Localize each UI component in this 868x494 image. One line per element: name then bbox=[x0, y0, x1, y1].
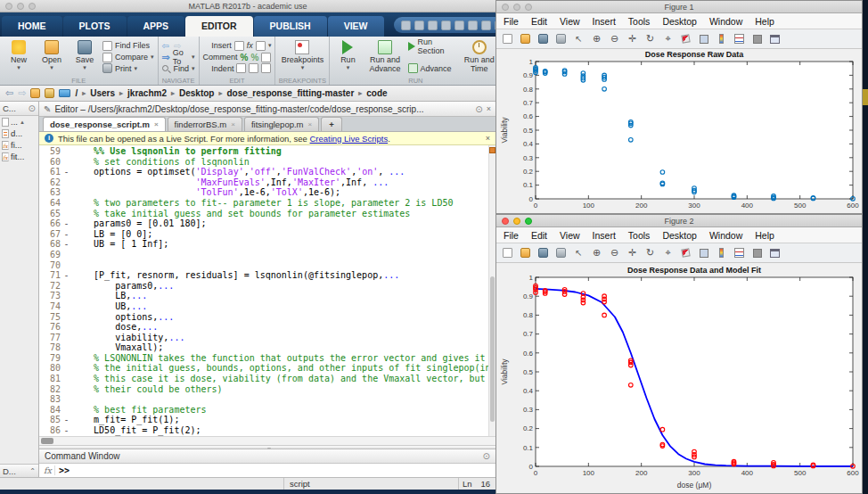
new-figure-icon[interactable] bbox=[502, 33, 513, 45]
tab-close-icon[interactable]: × bbox=[231, 118, 235, 132]
edit-plot-icon[interactable]: ↖ bbox=[573, 33, 585, 45]
code-line[interactable]: 63 'TolFun',1e-6,'TolX',1e-6); bbox=[39, 187, 488, 198]
figure1-menu-view[interactable]: View bbox=[560, 16, 580, 27]
up-folder-icon[interactable] bbox=[30, 88, 40, 98]
breadcrumb[interactable]: /▸Users▸jkrachm2▸Desktop▸dose_response_f… bbox=[75, 88, 387, 98]
figure2-menu-view[interactable]: View bbox=[560, 230, 580, 241]
compare-button[interactable]: Compare▾ bbox=[102, 52, 154, 63]
breadcrumb-segment[interactable]: code bbox=[366, 88, 387, 98]
zoom-window-icon[interactable] bbox=[525, 218, 532, 225]
data-cursor-icon[interactable]: ⌖ bbox=[662, 33, 674, 45]
breakpoint-alley[interactable] bbox=[61, 394, 72, 405]
find-files-button[interactable]: Find Files bbox=[102, 40, 154, 52]
close-window-icon[interactable] bbox=[502, 4, 509, 11]
banner-close-icon[interactable]: × bbox=[486, 134, 490, 143]
close-window-icon[interactable] bbox=[5, 3, 12, 10]
breakpoint-alley[interactable]: - bbox=[61, 239, 72, 250]
ribbon-tab-plots[interactable]: PLOTS bbox=[63, 16, 127, 37]
creating-live-scripts-link[interactable]: Creating Live Scripts bbox=[310, 134, 389, 144]
breakpoint-alley[interactable] bbox=[61, 177, 72, 188]
insert-colorbar-icon[interactable] bbox=[716, 247, 727, 259]
insert-colorbar-icon[interactable] bbox=[716, 33, 727, 45]
folder-file-item[interactable]: fi... bbox=[0, 139, 38, 151]
breakpoints-button[interactable]: Breakpoints▾ bbox=[279, 38, 325, 76]
run-and-time-button[interactable]: Run and Time bbox=[461, 38, 497, 76]
code-line[interactable]: 64 % two parameters to fit-- parameter 1… bbox=[39, 198, 488, 209]
advance-button[interactable]: Advance bbox=[408, 62, 458, 74]
copy-icon[interactable] bbox=[441, 21, 451, 30]
print-figure-icon[interactable] bbox=[555, 33, 567, 45]
code-line[interactable]: 73 LB,... bbox=[39, 291, 488, 301]
data-cursor-icon[interactable]: ⌖ bbox=[662, 247, 674, 259]
zoom-out-icon[interactable]: ⊖ bbox=[609, 33, 620, 45]
figure2-menu-help[interactable]: Help bbox=[755, 230, 774, 241]
folder-sort-row[interactable]: ... ▲ bbox=[0, 116, 38, 128]
code-line[interactable]: 76 dose,... bbox=[39, 322, 488, 333]
code-line[interactable]: 71- [P_fit, resnorm, residuals] = lsqnon… bbox=[39, 270, 488, 281]
command-window-menu-icon[interactable]: ⊙ bbox=[483, 451, 490, 461]
breakpoint-alley[interactable] bbox=[61, 312, 72, 323]
print-button[interactable]: Print▾ bbox=[102, 62, 154, 74]
run-and-advance-button[interactable]: Run and Advance bbox=[364, 38, 405, 76]
back-icon[interactable]: ⇦ bbox=[5, 87, 13, 99]
code-line[interactable]: 66- params0 = [0.01 180]; bbox=[39, 218, 488, 229]
code-line[interactable]: 79 % LSQNONLIN takes the function that o… bbox=[39, 353, 488, 364]
breakpoint-alley[interactable]: - bbox=[61, 167, 72, 177]
hscroll-thumb[interactable] bbox=[41, 438, 53, 444]
code-line[interactable]: 84 % best fit parameters bbox=[39, 405, 488, 416]
breakpoint-alley[interactable]: - bbox=[61, 218, 72, 229]
breakpoint-alley[interactable] bbox=[61, 291, 72, 301]
breakpoint-alley[interactable] bbox=[61, 209, 72, 219]
breakpoint-alley[interactable]: - bbox=[61, 270, 72, 281]
save-icon[interactable] bbox=[414, 21, 424, 30]
goto-button[interactable]: ⇒ Go To▾ bbox=[162, 52, 195, 63]
zoom-window-icon[interactable] bbox=[29, 3, 36, 10]
pan-icon[interactable]: ✛ bbox=[626, 33, 638, 45]
figure2-menu-desktop[interactable]: Desktop bbox=[662, 230, 697, 241]
breakpoint-alley[interactable]: - bbox=[61, 229, 72, 240]
figure2-menu-edit[interactable]: Edit bbox=[531, 230, 547, 241]
comment-button[interactable]: Comment % % bbox=[203, 52, 272, 63]
code-line[interactable]: 78 Vmaxall); bbox=[39, 342, 488, 353]
command-prompt-row[interactable]: fx >> bbox=[39, 464, 495, 477]
code-line[interactable]: 81 % this case it is dose, viability (fr… bbox=[39, 374, 488, 384]
figure2-window-controls[interactable] bbox=[496, 218, 532, 225]
code-editor[interactable]: 59 %% Use lsqnonlin to perform fitting60… bbox=[39, 145, 495, 436]
redo-icon[interactable] bbox=[481, 21, 491, 30]
minimize-window-icon[interactable] bbox=[513, 4, 520, 11]
brush-data-icon[interactable] bbox=[680, 247, 692, 259]
figure1-menu-help[interactable]: Help bbox=[755, 16, 774, 27]
folder-file-item[interactable]: fit... bbox=[0, 151, 38, 162]
breakpoint-alley[interactable] bbox=[61, 301, 72, 312]
dock-figure-icon[interactable] bbox=[769, 33, 781, 45]
tab-close-icon[interactable]: × bbox=[308, 118, 313, 132]
open-button[interactable]: Open▾ bbox=[37, 38, 67, 76]
open-file-icon[interactable] bbox=[520, 247, 531, 259]
new-figure-icon[interactable] bbox=[502, 247, 513, 259]
indent-button[interactable]: Indent bbox=[211, 62, 271, 74]
insert-legend-icon[interactable] bbox=[733, 33, 745, 45]
editor-menu-icon[interactable]: ⊙ bbox=[475, 104, 482, 114]
insert-button[interactable]: Insert fx ▾ bbox=[211, 40, 271, 52]
rotate-3d-icon[interactable]: ↻ bbox=[644, 33, 656, 45]
panel-menu-icon[interactable]: ⊙ bbox=[29, 103, 36, 113]
figure1-menu-desktop[interactable]: Desktop bbox=[662, 16, 697, 27]
current-folder-header[interactable]: C... ⊙ bbox=[0, 102, 38, 116]
folder-file-item[interactable]: d... bbox=[0, 128, 38, 139]
ribbon-tab-view[interactable]: VIEW bbox=[328, 16, 384, 37]
breadcrumb-segment[interactable]: jkrachm2 bbox=[127, 88, 167, 98]
figure1-menu-window[interactable]: Window bbox=[709, 16, 742, 27]
close-window-icon[interactable] bbox=[502, 218, 509, 225]
insert-legend-icon[interactable] bbox=[733, 247, 745, 259]
code-line[interactable]: 69 bbox=[39, 250, 488, 260]
breakpoint-alley[interactable] bbox=[61, 322, 72, 333]
editor-tab-dose_response_script.m[interactable]: dose_response_script.m× bbox=[43, 117, 166, 131]
figure1-menu-tools[interactable]: Tools bbox=[628, 16, 651, 27]
code-line[interactable]: 86- LD50_fit = P_fit(2); bbox=[39, 425, 488, 436]
new-button[interactable]: New▾ bbox=[4, 38, 34, 76]
link-plot-icon[interactable] bbox=[698, 33, 709, 45]
breadcrumb-segment[interactable]: / bbox=[75, 88, 78, 98]
plot-tools-off-icon[interactable] bbox=[751, 247, 763, 259]
breakpoint-alley[interactable] bbox=[61, 405, 72, 416]
save-figure-icon[interactable] bbox=[537, 247, 549, 259]
